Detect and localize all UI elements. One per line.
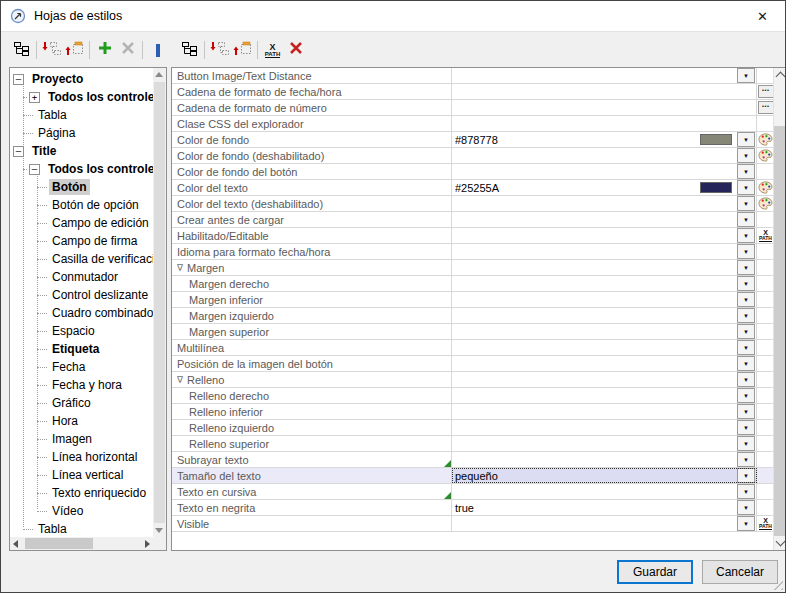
dropdown-button[interactable]: ▼ (737, 356, 755, 371)
property-row[interactable]: Color del texto#25255A▼ (172, 180, 774, 196)
toolbar-button-insert-row[interactable] (208, 39, 231, 62)
toolbar-button-append-row[interactable] (231, 39, 254, 62)
property-row[interactable]: Crear antes de cargar▼ (172, 212, 774, 228)
property-value[interactable]: ▼ (452, 516, 757, 531)
property-row[interactable]: Subrayar texto▼ (172, 452, 774, 468)
collapse-icon[interactable]: – (29, 164, 40, 175)
tree-item[interactable]: Fecha (10, 358, 153, 376)
property-row[interactable]: Relleno inferior▼ (172, 404, 774, 420)
property-value[interactable]: true▼ (452, 500, 757, 515)
property-name[interactable]: Color del texto (172, 180, 452, 195)
palette-button[interactable] (757, 132, 774, 147)
property-row[interactable]: Idioma para formato fecha/hora▼ (172, 244, 774, 260)
property-name[interactable]: Posición de la imagen del botón (172, 356, 452, 371)
tree-item[interactable]: –Title (10, 142, 153, 160)
dropdown-button[interactable]: ▼ (737, 196, 755, 211)
dropdown-button[interactable]: ▼ (737, 484, 755, 499)
tree-item[interactable]: +Todos los controles (10, 88, 153, 106)
tree-item[interactable]: Etiqueta (10, 340, 153, 358)
property-name[interactable]: Visible (172, 516, 452, 531)
dropdown-button[interactable]: ▼ (737, 292, 755, 307)
property-value[interactable]: ▼ (452, 372, 757, 387)
grid-vertical-scrollbar[interactable] (773, 68, 786, 550)
xpath-button[interactable]: XPATH (757, 516, 774, 531)
dropdown-button[interactable]: ▼ (737, 132, 755, 147)
property-name[interactable]: Cadena de formato de fecha/hora (172, 84, 452, 99)
property-value[interactable]: ▼ (452, 148, 757, 163)
property-row[interactable]: Texto en cursiva▼ (172, 484, 774, 500)
palette-button[interactable] (757, 148, 774, 163)
scroll-down-icon[interactable] (776, 537, 786, 547)
tree-item[interactable]: Hora (10, 412, 153, 430)
collapse-icon[interactable]: – (13, 74, 24, 85)
cancel-button[interactable]: Cancelar (702, 560, 778, 584)
property-value[interactable]: ▼ (452, 308, 757, 323)
tree-vertical-scrollbar[interactable] (153, 68, 166, 537)
property-row[interactable]: Relleno superior▼ (172, 436, 774, 452)
tree-item[interactable]: Gráfico (10, 394, 153, 412)
property-row[interactable]: Margen izquierdo▼ (172, 308, 774, 324)
property-value[interactable]: ▼ (452, 244, 757, 259)
tree-item[interactable]: Línea vertical (10, 466, 153, 484)
property-name[interactable]: Texto en negrita (172, 500, 452, 515)
dropdown-button[interactable]: ▼ (737, 164, 755, 179)
property-row[interactable]: Visible▼ XPATH (172, 516, 774, 532)
property-row[interactable]: Color de fondo del botón▼ (172, 164, 774, 180)
property-row[interactable]: Cadena de formato de número ... (172, 100, 774, 116)
property-value[interactable]: ▼ (452, 292, 757, 307)
property-value[interactable]: ▼ (452, 68, 757, 83)
property-name[interactable]: Button Image/Text Distance (172, 68, 452, 83)
property-name[interactable]: ∇Margen (172, 260, 452, 275)
scroll-down-icon[interactable] (155, 528, 163, 533)
property-name[interactable]: Clase CSS del explorador (172, 116, 452, 131)
property-row[interactable]: Margen inferior▼ (172, 292, 774, 308)
dropdown-button[interactable]: ▼ (737, 228, 755, 243)
property-row[interactable]: ∇Margen▼ (172, 260, 774, 276)
property-name[interactable]: Relleno superior (172, 436, 452, 451)
scrollbar-thumb[interactable] (154, 82, 165, 523)
property-name[interactable]: Relleno inferior (172, 404, 452, 419)
tree-item[interactable]: Botón (10, 178, 153, 196)
property-value[interactable]: ▼ (452, 228, 757, 243)
property-row[interactable]: Multilínea▼ (172, 340, 774, 356)
property-row[interactable]: Clase CSS del explorador (172, 116, 774, 132)
tree-item[interactable]: Tabla (10, 106, 153, 124)
property-name[interactable]: Crear antes de cargar (172, 212, 452, 227)
tree-item[interactable]: Casilla de verificación (10, 250, 153, 268)
tree-item[interactable]: Espacio (10, 322, 153, 340)
dropdown-button[interactable]: ▼ (737, 308, 755, 323)
property-name[interactable]: Cadena de formato de número (172, 100, 452, 115)
close-icon[interactable]: ✕ (740, 1, 785, 31)
toolbar-button-xpath[interactable]: XPATH (261, 39, 284, 62)
property-row[interactable]: Button Image/Text Distance▼ (172, 68, 774, 84)
property-value[interactable] (452, 116, 757, 131)
property-name[interactable]: Margen superior (172, 324, 452, 339)
tree-item[interactable]: –Todos los controles (10, 160, 153, 178)
property-value[interactable]: ▼ (452, 388, 757, 403)
property-name[interactable]: Margen izquierdo (172, 308, 452, 323)
property-row[interactable]: Relleno izquierdo▼ (172, 420, 774, 436)
toolbar-button-delete[interactable] (284, 39, 307, 62)
property-name[interactable]: Texto en cursiva (172, 484, 452, 499)
tree-item[interactable]: Campo de edición (10, 214, 153, 232)
toolbar-button-insert-row[interactable] (40, 39, 63, 62)
dropdown-button[interactable]: ▼ (737, 516, 755, 531)
property-name[interactable]: Tamaño del texto (172, 468, 452, 483)
scroll-right-icon[interactable] (145, 540, 150, 548)
property-value[interactable]: ▼ (452, 356, 757, 371)
dropdown-button[interactable]: ▼ (737, 212, 755, 227)
dropdown-button[interactable]: ▼ (737, 420, 755, 435)
collapse-triangle-icon[interactable]: ∇ (177, 375, 183, 385)
property-row[interactable]: Texto en negritatrue▼ (172, 500, 774, 516)
property-row[interactable]: Cadena de formato de fecha/hora ... (172, 84, 774, 100)
property-name[interactable]: ∇Relleno (172, 372, 452, 387)
property-value[interactable]: ▼ (452, 420, 757, 435)
dropdown-button[interactable]: ▼ (737, 388, 755, 403)
property-name[interactable]: Color de fondo (172, 132, 452, 147)
palette-button[interactable] (757, 196, 774, 211)
scrollbar-thumb[interactable] (25, 538, 93, 549)
dropdown-button[interactable]: ▼ (737, 404, 755, 419)
dropdown-button[interactable]: ▼ (737, 244, 755, 259)
property-value[interactable]: ▼ (452, 436, 757, 451)
property-name[interactable]: Habilitado/Editable (172, 228, 452, 243)
